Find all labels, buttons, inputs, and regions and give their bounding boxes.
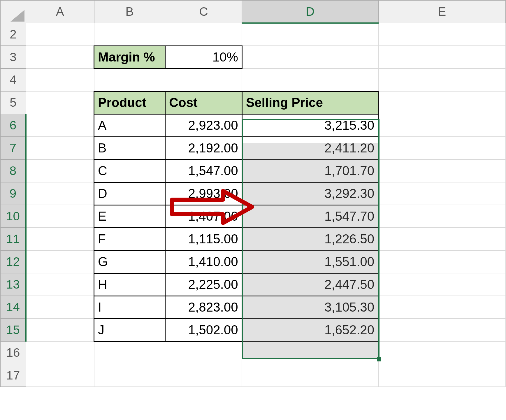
cell-E2[interactable]	[378, 23, 506, 46]
cell-product-9[interactable]: J	[94, 319, 165, 341]
cell-product-8[interactable]: I	[94, 296, 165, 319]
cell-A16[interactable]	[26, 341, 94, 364]
row-header-17[interactable]: 17	[0, 364, 26, 387]
cell-D2[interactable]	[242, 23, 378, 46]
cell-product-3[interactable]: D	[94, 182, 165, 205]
cell-D4[interactable]	[242, 68, 378, 91]
cell-D17[interactable]	[242, 364, 378, 387]
cell-C17[interactable]	[165, 364, 242, 387]
cell-A7[interactable]	[26, 137, 94, 159]
margin-value[interactable]: 10%	[165, 46, 242, 68]
row-header-14[interactable]: 14	[0, 296, 26, 319]
margin-label[interactable]: Margin %	[94, 46, 165, 68]
cell-E14[interactable]	[378, 296, 506, 319]
cell-selling-5[interactable]: 1,226.50	[242, 228, 378, 250]
cell-C2[interactable]	[165, 23, 242, 46]
cell-selling-4[interactable]: 1,547.70	[242, 205, 378, 228]
cell-cost-0[interactable]: 2,923.00	[165, 114, 242, 137]
cell-product-1[interactable]: B	[94, 137, 165, 159]
cell-cost-8[interactable]: 2,823.00	[165, 296, 242, 319]
cell-product-4[interactable]: E	[94, 205, 165, 228]
cell-A11[interactable]	[26, 228, 94, 250]
row-header-16[interactable]: 16	[0, 341, 26, 364]
row-header-11[interactable]: 11	[0, 228, 26, 250]
row-header-4[interactable]: 4	[0, 68, 26, 91]
row-header-2[interactable]: 2	[0, 23, 26, 46]
cell-B4[interactable]	[94, 68, 165, 91]
cell-E8[interactable]	[378, 159, 506, 182]
cell-product-2[interactable]: C	[94, 159, 165, 182]
row-header-6[interactable]: 6	[0, 114, 26, 137]
cell-E15[interactable]	[378, 319, 506, 341]
row-header-8[interactable]: 8	[0, 159, 26, 182]
col-header-D[interactable]: D	[242, 0, 378, 23]
cell-E4[interactable]	[378, 68, 506, 91]
cell-selling-0[interactable]: 3,215.30	[242, 114, 378, 137]
header-product[interactable]: Product	[94, 91, 165, 114]
cell-C16[interactable]	[165, 341, 242, 364]
cell-selling-2[interactable]: 1,701.70	[242, 159, 378, 182]
cell-A5[interactable]	[26, 91, 94, 114]
cell-A13[interactable]	[26, 273, 94, 296]
row-header-7[interactable]: 7	[0, 137, 26, 159]
cell-cost-5[interactable]: 1,115.00	[165, 228, 242, 250]
header-selling[interactable]: Selling Price	[242, 91, 378, 114]
grid[interactable]: A B C D E 2 3 Margin % 10% 4	[0, 0, 506, 387]
cell-E3[interactable]	[378, 46, 506, 68]
cell-E13[interactable]	[378, 273, 506, 296]
row-header-5[interactable]: 5	[0, 91, 26, 114]
cell-E12[interactable]	[378, 250, 506, 273]
row-header-15[interactable]: 15	[0, 319, 26, 341]
cell-product-5[interactable]: F	[94, 228, 165, 250]
cell-E17[interactable]	[378, 364, 506, 387]
cell-product-0[interactable]: A	[94, 114, 165, 137]
cell-product-6[interactable]: G	[94, 250, 165, 273]
cell-D16[interactable]	[242, 341, 378, 364]
cell-A14[interactable]	[26, 296, 94, 319]
row-header-13[interactable]: 13	[0, 273, 26, 296]
cell-selling-8[interactable]: 3,105.30	[242, 296, 378, 319]
cell-selling-3[interactable]: 3,292.30	[242, 182, 378, 205]
cell-E7[interactable]	[378, 137, 506, 159]
col-header-C[interactable]: C	[165, 0, 242, 23]
cell-A15[interactable]	[26, 319, 94, 341]
cell-A9[interactable]	[26, 182, 94, 205]
row-header-3[interactable]: 3	[0, 46, 26, 68]
cell-D3[interactable]	[242, 46, 378, 68]
cell-selling-7[interactable]: 2,447.50	[242, 273, 378, 296]
cell-A12[interactable]	[26, 250, 94, 273]
cell-cost-1[interactable]: 2,192.00	[165, 137, 242, 159]
col-header-A[interactable]: A	[26, 0, 94, 23]
cell-E10[interactable]	[378, 205, 506, 228]
row-header-9[interactable]: 9	[0, 182, 26, 205]
cell-selling-6[interactable]: 1,551.00	[242, 250, 378, 273]
cell-E5[interactable]	[378, 91, 506, 114]
row-header-10[interactable]: 10	[0, 205, 26, 228]
cell-B16[interactable]	[94, 341, 165, 364]
cell-A8[interactable]	[26, 159, 94, 182]
cell-cost-2[interactable]: 1,547.00	[165, 159, 242, 182]
cell-A6[interactable]	[26, 114, 94, 137]
cell-cost-4[interactable]: 1,407.00	[165, 205, 242, 228]
cell-cost-6[interactable]: 1,410.00	[165, 250, 242, 273]
cell-product-7[interactable]: H	[94, 273, 165, 296]
cell-E16[interactable]	[378, 341, 506, 364]
cell-B17[interactable]	[94, 364, 165, 387]
cell-selling-9[interactable]: 1,652.20	[242, 319, 378, 341]
cell-A4[interactable]	[26, 68, 94, 91]
cell-A10[interactable]	[26, 205, 94, 228]
cell-C4[interactable]	[165, 68, 242, 91]
cell-cost-9[interactable]: 1,502.00	[165, 319, 242, 341]
col-header-E[interactable]: E	[378, 0, 506, 23]
cell-selling-1[interactable]: 2,411.20	[242, 137, 378, 159]
cell-cost-3[interactable]: 2,993.00	[165, 182, 242, 205]
cell-cost-7[interactable]: 2,225.00	[165, 273, 242, 296]
cell-A17[interactable]	[26, 364, 94, 387]
cell-A2[interactable]	[26, 23, 94, 46]
row-header-12[interactable]: 12	[0, 250, 26, 273]
cell-E9[interactable]	[378, 182, 506, 205]
col-header-B[interactable]: B	[94, 0, 165, 23]
cell-E11[interactable]	[378, 228, 506, 250]
header-cost[interactable]: Cost	[165, 91, 242, 114]
cell-A3[interactable]	[26, 46, 94, 68]
